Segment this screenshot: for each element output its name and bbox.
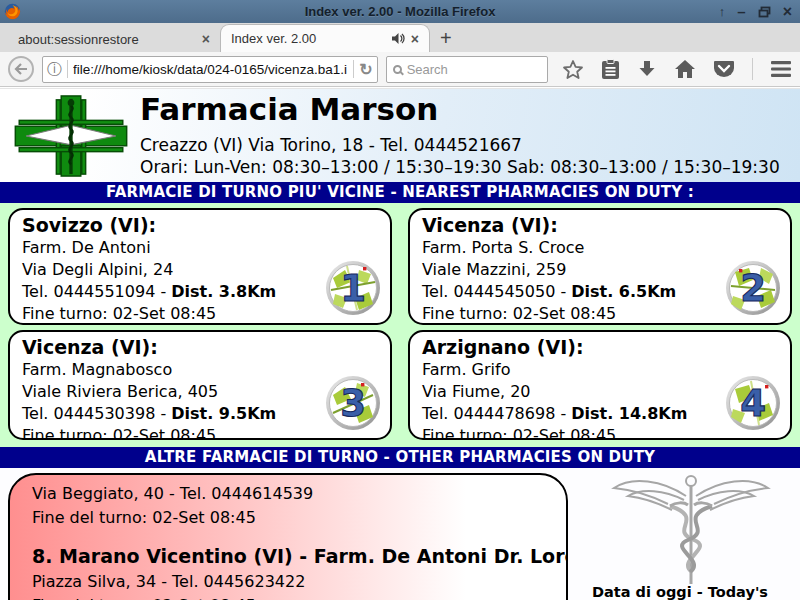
pharmacy-card-3[interactable]: Vicenza (VI): Farm. Magnabosco Viale Riv… [8, 330, 392, 440]
tab-close-icon[interactable]: × [411, 31, 419, 47]
svg-text:3: 3 [340, 382, 366, 425]
restore-window-icon[interactable] [758, 6, 771, 18]
page-info-icon[interactable]: ⓘ [47, 60, 62, 79]
card-city: Sovizzo (VI): [22, 213, 378, 237]
window-title: Index ver. 2.00 - Mozilla Firefox [0, 4, 800, 19]
tab-label: about:sessionrestore [18, 32, 196, 47]
pharmacy-header: Farmacia Marson Creazzo (VI) Via Torino,… [0, 88, 800, 182]
nearest-pharmacies-grid: Sovizzo (VI): Farm. De Antoni Via Degli … [0, 203, 800, 447]
search-box[interactable] [386, 56, 548, 83]
home-icon[interactable] [674, 59, 696, 79]
tab-bar: about:sessionrestore × Index ver. 2.00 ×… [0, 23, 800, 52]
tab-index[interactable]: Index ver. 2.00 × [220, 24, 430, 52]
url-bar[interactable]: ⓘ file:///home/kiosk/data/024-0165/vicen… [42, 56, 378, 83]
pocket-icon[interactable] [713, 59, 735, 79]
card-distance: Dist. 9.5Km [171, 404, 276, 423]
other-pharmacies-banner: ALTRE FARMACIE DI TURNO - OTHER PHARMACI… [0, 447, 800, 468]
other-shift-end: Fine del turno: 02-Set 08:45 [32, 594, 566, 600]
back-button[interactable] [8, 56, 34, 82]
downloads-icon[interactable] [637, 59, 657, 79]
new-tab-button[interactable]: + [430, 26, 464, 52]
bookmarks-list-icon[interactable] [601, 59, 620, 80]
close-window-button[interactable]: × [783, 4, 792, 20]
card-city: Vicenza (VI): [422, 213, 778, 237]
audio-speaker-icon[interactable] [391, 32, 405, 45]
map-number-badge: 1 [325, 260, 381, 316]
map-number-badge: 3 [325, 375, 381, 431]
search-input[interactable] [407, 62, 541, 77]
back-arrow-icon [14, 63, 28, 75]
tab-close-icon[interactable]: × [202, 31, 210, 47]
other-shift-end: Fine del turno: 02-Set 08:45 [32, 506, 566, 530]
svg-text:1: 1 [340, 267, 366, 310]
page-content: Farmacia Marson Creazzo (VI) Via Torino,… [0, 88, 800, 600]
other-address: Piazza Silva, 34 - Tel. 0445623422 [32, 570, 566, 594]
card-distance: Dist. 14.8Km [571, 404, 687, 423]
pharmacy-card-2[interactable]: Vicenza (VI): Farm. Porta S. Croce Viale… [408, 208, 792, 325]
pharmacy-cross-logo [12, 94, 130, 178]
svg-text:4: 4 [740, 382, 766, 425]
url-text[interactable]: file:///home/kiosk/data/024-0165/vicenza… [73, 62, 348, 77]
shade-window-button[interactable]: ↑ [719, 5, 726, 18]
menu-hamburger-icon[interactable] [770, 60, 792, 78]
card-city: Arzignano (VI): [422, 335, 778, 359]
reload-icon[interactable]: ↻ [359, 60, 372, 79]
nearest-pharmacies-banner: FARMACIE DI TURNO PIU' VICINE - NEAREST … [0, 182, 800, 203]
card-name: Farm. Porta S. Croce [422, 237, 778, 259]
window-titlebar: Index ver. 2.00 - Mozilla Firefox ↑ – × [0, 0, 800, 23]
svg-text:2: 2 [740, 267, 766, 310]
card-name: Farm. De Antoni [22, 237, 378, 259]
card-distance: Dist. 6.5Km [571, 282, 676, 301]
pharmacy-card-1[interactable]: Sovizzo (VI): Farm. De Antoni Via Degli … [8, 208, 392, 325]
other-pharmacies-panel: Via Beggiato, 40 - Tel. 0444614539 Fine … [8, 473, 568, 600]
caduceus-illustration [602, 472, 780, 584]
other-pharmacies-section: Via Beggiato, 40 - Tel. 0444614539 Fine … [0, 468, 800, 600]
card-distance: Dist. 3.8Km [171, 282, 276, 301]
pharmacy-hours: Orari: Lun-Ven: 08:30–13:00 / 15:30–19:3… [140, 157, 780, 177]
map-number-badge: 4 [725, 375, 781, 431]
today-date-label: Data di oggi - Today's date : [582, 584, 778, 600]
tab-sessionrestore[interactable]: about:sessionrestore × [8, 26, 220, 52]
bookmark-star-icon[interactable] [562, 59, 584, 80]
navigation-toolbar: ⓘ file:///home/kiosk/data/024-0165/vicen… [0, 52, 800, 87]
other-address: Via Beggiato, 40 - Tel. 0444614539 [32, 482, 566, 506]
pharmacy-address: Creazzo (VI) Via Torino, 18 - Tel. 04445… [140, 135, 522, 155]
pharmacy-name: Farmacia Marson [140, 91, 438, 127]
card-city: Vicenza (VI): [22, 335, 378, 359]
map-number-badge: 2 [725, 260, 781, 316]
minimize-button[interactable]: – [737, 4, 745, 19]
other-pharmacy-title: 8. Marano Vicentino (VI) - Farm. De Anto… [32, 542, 566, 570]
pharmacy-card-4[interactable]: Arzignano (VI): Farm. Grifo Via Fiume, 2… [408, 330, 792, 440]
search-icon [393, 65, 402, 74]
tab-label: Index ver. 2.00 [231, 31, 387, 46]
